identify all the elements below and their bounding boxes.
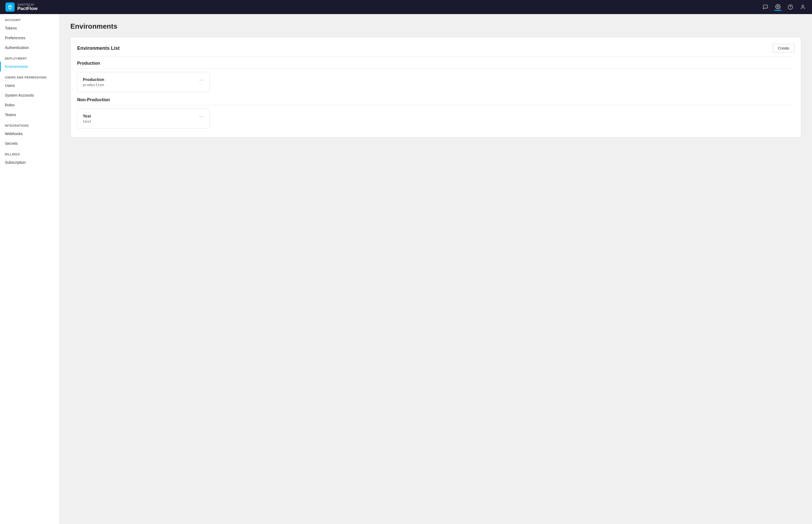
sidebar-section-users-permissions: USERS AND PERMISSIONS — [0, 71, 59, 81]
sidebar-section-deployment: DEPLOYMENT — [0, 52, 59, 62]
chat-icon[interactable] — [762, 3, 769, 11]
sidebar-item-tokens[interactable]: Tokens — [0, 23, 59, 33]
app-logo[interactable]: SMARTBEAR PactFlow — [5, 2, 38, 12]
sidebar-item-users[interactable]: Users — [0, 81, 59, 91]
logo-icon — [5, 2, 15, 12]
top-nav-icons — [762, 3, 807, 11]
sidebar-item-environments[interactable]: Environments — [0, 62, 59, 71]
env-item-production: Production production ··· — [77, 72, 210, 92]
sidebar: ACCOUNT Tokens Preferences Authenticatio… — [0, 14, 60, 524]
non-production-group-title: Non-Production — [77, 97, 794, 105]
sidebar-section-billings: BILLINGS — [0, 148, 59, 158]
create-button[interactable]: Create — [773, 44, 794, 52]
env-item-production-slug: production — [83, 83, 104, 87]
svg-point-0 — [777, 6, 779, 7]
brand-small: SMARTBEAR — [17, 3, 38, 6]
sidebar-item-webhooks[interactable]: Webhooks — [0, 129, 59, 138]
user-icon[interactable] — [799, 3, 807, 11]
sidebar-item-system-accounts[interactable]: System Accounts — [0, 91, 59, 100]
sidebar-item-secrets[interactable]: Secrets — [0, 138, 59, 148]
environment-group-production: Production Production production ··· — [77, 61, 794, 92]
page-title: Environments — [70, 22, 801, 31]
settings-icon[interactable] — [774, 3, 782, 11]
environments-card: Environments List Create Production Prod… — [70, 37, 801, 137]
sidebar-item-roles[interactable]: Roles — [0, 100, 59, 110]
env-item-production-name: Production — [83, 77, 104, 82]
main-content: Environments Environments List Create Pr… — [60, 14, 812, 524]
production-group-title: Production — [77, 61, 794, 69]
sidebar-item-preferences[interactable]: Preferences — [0, 33, 59, 43]
environment-group-non-production: Non-Production Test test ··· — [77, 97, 794, 129]
env-item-test-menu[interactable]: ··· — [199, 114, 204, 119]
sidebar-section-account: ACCOUNT — [0, 14, 59, 23]
env-item-production-menu[interactable]: ··· — [199, 77, 204, 83]
sidebar-item-authentication[interactable]: Authentication — [0, 43, 59, 52]
env-item-test-slug: test — [83, 119, 91, 124]
environments-list-title: Environments List — [77, 46, 120, 51]
env-item-test-name: Test — [83, 114, 91, 118]
svg-point-3 — [802, 5, 804, 7]
top-nav: SMARTBEAR PactFlow — [0, 0, 812, 14]
env-item-test: Test test ··· — [77, 109, 210, 129]
sidebar-item-teams[interactable]: Teams — [0, 110, 59, 120]
sidebar-item-subscription[interactable]: Subscription — [0, 158, 59, 167]
app-body: ACCOUNT Tokens Preferences Authenticatio… — [0, 14, 812, 524]
brand-large: PactFlow — [17, 6, 38, 11]
help-icon[interactable] — [786, 3, 794, 11]
environments-card-header: Environments List Create — [77, 44, 794, 56]
sidebar-section-integrations: INTEGRATIONS — [0, 120, 59, 129]
